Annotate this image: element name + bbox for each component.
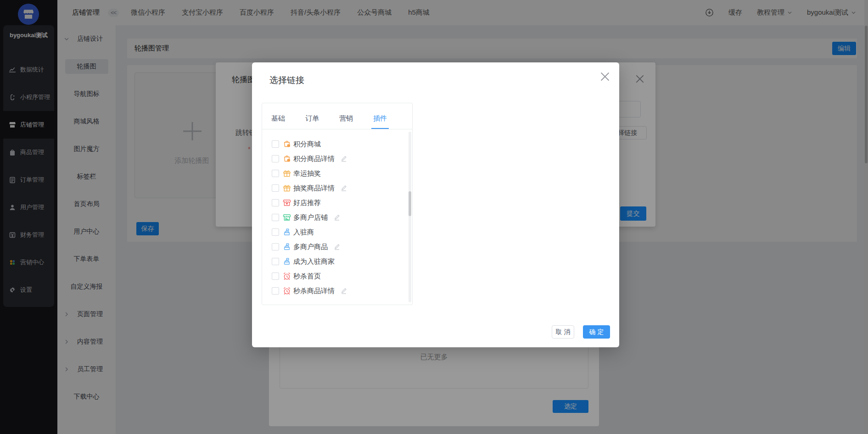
link-item-label: 幸运抽奖 xyxy=(293,169,321,178)
link-item-label: 积分商品详情 xyxy=(293,155,335,163)
gift-icon xyxy=(282,184,291,193)
merchant-blue-icon xyxy=(282,242,291,251)
link-list-item[interactable]: 秒杀商品详情 xyxy=(262,284,412,298)
checkbox[interactable] xyxy=(272,243,279,250)
edit-pencil-icon[interactable] xyxy=(340,184,347,192)
store-red-icon xyxy=(282,198,291,207)
checkbox[interactable] xyxy=(272,228,279,236)
link-list-item[interactable]: 多商户商品 xyxy=(262,239,412,254)
list-scrollbar-thumb[interactable] xyxy=(409,191,411,216)
cancel-button[interactable]: 取 消 xyxy=(552,325,574,339)
link-item-label: 好店推荐 xyxy=(293,199,321,207)
merchant-blue-icon xyxy=(282,257,291,266)
link-item-label: 积分商城 xyxy=(293,140,321,149)
link-list-item[interactable]: 好店推荐 xyxy=(262,195,412,210)
edit-pencil-icon[interactable] xyxy=(333,243,341,250)
seckill-clock-icon xyxy=(282,272,291,281)
close-icon[interactable] xyxy=(600,72,610,82)
merchant-blue-icon xyxy=(282,228,291,237)
link-category-tab[interactable]: 营销 xyxy=(339,114,353,123)
checkbox[interactable] xyxy=(272,140,279,148)
link-list-item[interactable]: 多商户店铺 xyxy=(262,210,412,225)
link-list: 积分商城 积分商品详情 幸运抽奖 xyxy=(262,130,412,298)
link-list-item[interactable]: 入驻商 xyxy=(262,225,412,239)
checkbox[interactable] xyxy=(272,184,279,192)
link-item-label: 抽奖商品详情 xyxy=(293,184,335,193)
seckill-clock-icon xyxy=(282,286,291,295)
checkbox[interactable] xyxy=(272,258,279,265)
link-list-item[interactable]: 抽奖商品详情 xyxy=(262,181,412,195)
link-list-item[interactable]: 成为入驻商家 xyxy=(262,254,412,269)
confirm-button[interactable]: 确 定 xyxy=(583,325,610,339)
checkbox[interactable] xyxy=(272,155,279,162)
edit-pencil-icon[interactable] xyxy=(340,287,347,295)
select-link-modal: 选择链接 基础 订单 营销 插件 积 xyxy=(252,62,619,347)
points-mall-icon xyxy=(282,139,291,149)
store-green-icon xyxy=(282,213,291,222)
link-item-label: 秒杀商品详情 xyxy=(293,287,335,295)
link-category-tab[interactable]: 订单 xyxy=(305,114,319,123)
checkbox[interactable] xyxy=(272,170,279,177)
checkbox[interactable] xyxy=(272,287,279,295)
checkbox[interactable] xyxy=(272,214,279,221)
link-item-label: 成为入驻商家 xyxy=(293,257,335,266)
link-list-item[interactable]: 积分商城 xyxy=(262,137,412,151)
link-picker-box: 基础 订单 营销 插件 积分商城 xyxy=(262,103,413,305)
gift-icon xyxy=(282,169,291,178)
link-item-label: 多商户店铺 xyxy=(293,213,328,222)
points-mall-icon xyxy=(282,154,291,163)
link-category-tab[interactable]: 插件 xyxy=(373,114,387,123)
edit-pencil-icon[interactable] xyxy=(333,214,341,221)
app-screen: bygoukai测试 数据统计 小程序管理 店铺管理 xyxy=(0,0,868,434)
link-item-label: 多商户商品 xyxy=(293,243,328,251)
edit-pencil-icon[interactable] xyxy=(340,155,347,162)
link-item-label: 秒杀首页 xyxy=(293,272,321,281)
list-scrollbar-track[interactable] xyxy=(409,132,411,302)
link-item-label: 入驻商 xyxy=(293,228,314,237)
link-category-tabs: 基础 订单 营销 插件 xyxy=(262,103,412,129)
link-list-item[interactable]: 幸运抽奖 xyxy=(262,166,412,181)
link-list-item[interactable]: 秒杀首页 xyxy=(262,269,412,284)
modal-title: 选择链接 xyxy=(269,74,304,86)
checkbox[interactable] xyxy=(272,199,279,206)
checkbox[interactable] xyxy=(272,273,279,280)
link-list-item[interactable]: 积分商品详情 xyxy=(262,151,412,166)
link-category-tab[interactable]: 基础 xyxy=(271,114,285,123)
